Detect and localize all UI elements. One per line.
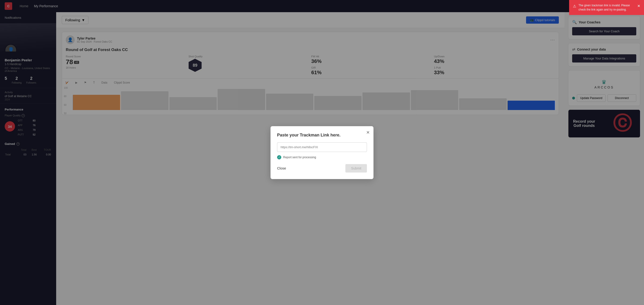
modal-title: Paste your Trackman Link here. (277, 133, 367, 138)
toast-close-button[interactable]: ✕ (637, 3, 640, 9)
toast-message: The given trackman link is invalid. Plea… (578, 3, 635, 12)
modal-actions: Close Submit (277, 164, 367, 172)
modal-close-button[interactable]: Close (277, 166, 286, 170)
trackman-link-input[interactable] (277, 142, 367, 152)
modal-close-x-button[interactable]: ✕ (366, 130, 370, 135)
trackman-modal: Paste your Trackman Link here. ✕ ✓ Repor… (270, 126, 374, 179)
success-check-icon: ✓ (277, 155, 281, 160)
toast-warning-icon: ⚠ (573, 4, 576, 9)
toast-notification: ⚠ The given trackman link is invalid. Pl… (569, 0, 644, 15)
modal-overlay[interactable]: Paste your Trackman Link here. ✕ ✓ Repor… (0, 0, 644, 305)
modal-success-message: ✓ Report sent for processing (277, 155, 367, 160)
modal-submit-button[interactable]: Submit (346, 164, 367, 172)
